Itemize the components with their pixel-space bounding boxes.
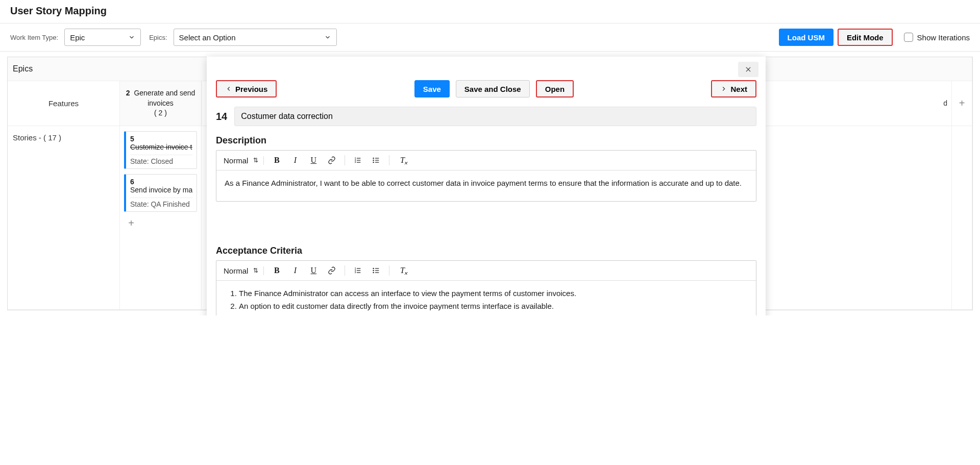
bold-icon[interactable]: B — [271, 155, 282, 166]
close-panel-button[interactable] — [738, 62, 758, 77]
show-iterations-label: Show Iterations — [917, 33, 970, 42]
link-icon[interactable] — [326, 155, 337, 166]
empty-cell — [952, 126, 972, 310]
acceptance-toolbar: Normal ⇅ B I U 123 T✕ — [216, 261, 756, 281]
chevron-right-icon — [720, 85, 727, 92]
bold-icon[interactable]: B — [271, 265, 282, 276]
epics-value: Select an Option — [179, 33, 236, 42]
link-icon[interactable] — [326, 265, 337, 276]
plus-icon: + — [957, 97, 967, 109]
add-story-button[interactable]: + — [125, 217, 137, 229]
svg-point-23 — [373, 268, 374, 268]
feature-id: 2 — [126, 89, 130, 97]
italic-icon[interactable]: I — [289, 265, 301, 276]
description-heading: Description — [216, 135, 756, 146]
next-button[interactable]: Next — [711, 80, 756, 97]
close-icon — [745, 66, 752, 73]
svg-point-13 — [373, 162, 374, 162]
underline-icon[interactable]: U — [308, 265, 319, 276]
format-label: Normal — [224, 156, 248, 165]
next-label: Next — [730, 85, 747, 93]
svg-text:3: 3 — [355, 161, 356, 163]
svg-point-12 — [373, 160, 374, 160]
previous-button[interactable]: Previous — [216, 80, 277, 97]
ordered-list-icon[interactable]: 123 — [352, 155, 363, 166]
feature-count: ( 2 ) — [154, 108, 167, 118]
unordered-list-icon[interactable] — [371, 265, 382, 276]
list-item: After making corrections, there is an op… — [239, 313, 748, 315]
story-card[interactable]: 5 Customize invoice templates State: Clo… — [124, 131, 197, 169]
feature-card[interactable]: 2 Generate and send invoices ( 2 ) — [120, 81, 202, 126]
open-button[interactable]: Open — [536, 80, 574, 97]
features-row-header: Features — [8, 81, 120, 126]
description-editor: Normal ⇅ B I U 123 T✕ — [216, 150, 756, 202]
checkbox-icon — [904, 33, 913, 42]
story-state: State: Closed — [130, 155, 192, 165]
show-iterations-checkbox[interactable]: Show Iterations — [904, 33, 970, 42]
underline-icon[interactable]: U — [308, 155, 319, 166]
work-item-type-select[interactable]: Epic — [64, 29, 141, 46]
previous-label: Previous — [235, 85, 267, 93]
toolbar: Work Item Type: Epic Epics: Select an Op… — [0, 23, 980, 52]
stories-row-header: Stories - ( 17 ) — [8, 126, 120, 310]
updown-icon: ⇅ — [253, 157, 258, 164]
work-item-type-value: Epic — [70, 33, 85, 42]
page-title: User Story Mapping — [0, 0, 980, 23]
feature-title: Generate and send invoices — [134, 89, 195, 107]
description-toolbar: Normal ⇅ B I U 123 T✕ — [216, 151, 756, 170]
list-item: The Finance Administrator can access an … — [239, 288, 748, 300]
save-button[interactable]: Save — [414, 80, 450, 97]
chevron-down-icon — [324, 34, 331, 41]
acceptance-heading: Acceptance Criteria — [216, 246, 756, 256]
unordered-list-icon[interactable] — [371, 155, 382, 166]
story-state: State: QA Finished — [130, 198, 192, 208]
story-card[interactable]: 6 Send invoice by mail State: QA Finishe… — [124, 174, 197, 212]
format-select[interactable]: Normal ⇅ — [224, 266, 264, 275]
italic-icon[interactable]: I — [289, 155, 301, 166]
story-title: Send invoice by mail — [130, 186, 192, 194]
save-and-close-button[interactable]: Save and Close — [456, 80, 530, 97]
svg-point-24 — [373, 270, 374, 271]
chevron-down-icon — [128, 34, 135, 41]
story-title: Customize invoice templates — [130, 143, 192, 151]
load-usm-button[interactable]: Load USM — [779, 29, 834, 46]
clear-format-icon[interactable]: T✕ — [397, 265, 408, 276]
work-item-type-label: Work Item Type: — [10, 34, 58, 41]
svg-point-25 — [373, 272, 374, 273]
story-id: 6 — [130, 178, 134, 186]
svg-text:3: 3 — [355, 271, 356, 274]
list-item: An option to edit customer data directly… — [239, 301, 748, 312]
format-select[interactable]: Normal ⇅ — [224, 156, 264, 165]
workitem-edit-panel: Previous Save Save and Close Open Next 1… — [207, 57, 766, 315]
acceptance-list: The Finance Administrator can access an … — [225, 288, 748, 315]
updown-icon: ⇅ — [253, 267, 258, 274]
acceptance-body[interactable]: The Finance Administrator can access an … — [216, 281, 756, 315]
epics-select[interactable]: Select an Option — [174, 29, 337, 46]
story-id: 5 — [130, 135, 134, 143]
clear-format-icon[interactable]: T✕ — [397, 155, 408, 166]
add-feature-column[interactable]: + — [952, 81, 972, 126]
acceptance-editor: Normal ⇅ B I U 123 T✕ — [216, 260, 756, 315]
format-label: Normal — [224, 266, 248, 275]
edit-mode-button[interactable]: Edit Mode — [838, 29, 893, 46]
chevron-left-icon — [225, 85, 232, 92]
stories-column: 5 Customize invoice templates State: Clo… — [120, 126, 202, 310]
ordered-list-icon[interactable]: 123 — [352, 265, 363, 276]
description-body[interactable]: As a Finance Administrator, I want to be… — [216, 170, 756, 201]
workitem-id: 14 — [216, 111, 227, 123]
workitem-title-input[interactable] — [234, 107, 756, 126]
epics-label: Epics: — [149, 34, 167, 41]
svg-point-11 — [373, 158, 374, 158]
